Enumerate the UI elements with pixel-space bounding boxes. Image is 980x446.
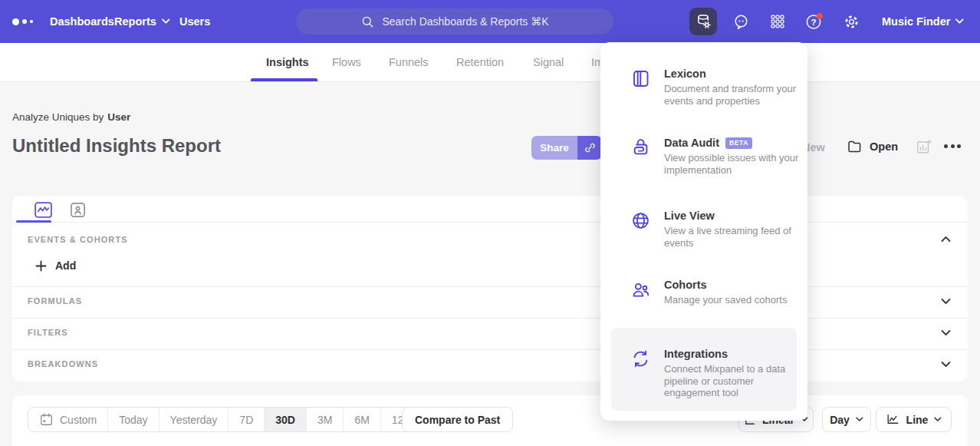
report-title[interactable]: Untitled Insights Report xyxy=(12,135,221,157)
expand-breakdowns-button[interactable] xyxy=(941,361,951,368)
tab-flows[interactable]: Flows xyxy=(332,43,361,81)
search-placeholder: Search Dashboards & Reports ⌘K xyxy=(382,15,548,28)
range-3m[interactable]: 3M xyxy=(307,408,344,431)
globe-icon xyxy=(630,210,651,231)
range-custom-label: Custom xyxy=(60,414,97,426)
section-filters: FILTERS xyxy=(28,328,68,337)
chevron-down-icon xyxy=(856,417,863,422)
tab-signal[interactable]: Signal xyxy=(533,43,564,81)
interval-select[interactable]: Day xyxy=(822,407,871,432)
chart-controls-panel: Custom Today Yesterday 7D 30D 3M 6M 12M … xyxy=(12,395,968,446)
panel-tab-divider xyxy=(12,222,968,223)
data-management-button[interactable] xyxy=(689,8,717,35)
section-divider xyxy=(12,349,968,350)
chevron-down-icon xyxy=(955,18,964,25)
report-tab-bar: Insights Flows Funnels Retention Signal … xyxy=(0,43,980,82)
menu-item-description: View a live streaming feed of events xyxy=(664,225,804,249)
nav-users[interactable]: Users xyxy=(179,0,210,43)
project-switcher[interactable]: Music Finder xyxy=(882,0,964,43)
help-icon: ? xyxy=(804,12,824,31)
add-event-button[interactable]: Add xyxy=(35,259,76,272)
menu-item-lexicon[interactable]: Lexicon Document and transform your even… xyxy=(630,68,804,107)
folder-icon xyxy=(847,138,863,154)
calendar-icon xyxy=(39,412,54,427)
share-button[interactable]: Share xyxy=(531,136,577,160)
speech-bubble-icon xyxy=(732,13,750,31)
svg-text:?: ? xyxy=(811,18,816,27)
nav-reports[interactable]: Reports xyxy=(114,0,170,43)
project-name: Music Finder xyxy=(882,15,950,28)
chart-type-select[interactable]: Line xyxy=(876,407,952,432)
menu-item-description: Manage your saved cohorts xyxy=(664,294,804,306)
expand-formulas-button[interactable] xyxy=(941,298,951,305)
menu-item-description: Connect Mixpanel to a data pipeline or c… xyxy=(664,363,804,399)
collapse-events-button[interactable] xyxy=(941,236,951,243)
tab-retention[interactable]: Retention xyxy=(456,43,504,81)
settings-button[interactable] xyxy=(837,8,865,35)
notification-dot xyxy=(817,13,823,19)
audit-lock-icon xyxy=(630,137,651,158)
more-options-button[interactable] xyxy=(944,144,961,148)
search-input[interactable]: Search Dashboards & Reports ⌘K xyxy=(296,8,613,35)
gear-icon xyxy=(843,13,860,31)
date-range-control: Custom Today Yesterday 7D 30D 3M 6M 12M xyxy=(28,407,424,432)
tab-insights[interactable]: Insights xyxy=(266,43,309,81)
range-6m[interactable]: 6M xyxy=(344,408,380,431)
range-30d[interactable]: 30D xyxy=(265,408,307,431)
sync-icon xyxy=(630,349,651,369)
menu-item-live-view[interactable]: Live View View a live streaming feed of … xyxy=(630,210,804,249)
expand-filters-button[interactable] xyxy=(941,329,951,336)
chevron-down-icon xyxy=(941,361,951,368)
book-icon xyxy=(630,68,651,89)
query-builder-panel: EVENTS & COHORTS Add FORMULAS FILTERS BR… xyxy=(12,196,968,382)
range-today[interactable]: Today xyxy=(108,408,159,431)
tab-funnels[interactable]: Funnels xyxy=(389,43,429,81)
section-formulas: FORMULAS xyxy=(28,296,82,306)
share-button-group: Share xyxy=(531,136,602,160)
menu-item-title: Integrations xyxy=(664,348,804,360)
menu-item-description: Document and transform your events and p… xyxy=(664,83,804,107)
menu-item-data-audit[interactable]: Data Audit BETA View possible issues wit… xyxy=(630,137,804,176)
range-custom[interactable]: Custom xyxy=(28,408,108,431)
link-icon xyxy=(584,141,597,154)
nav-reports-label: Reports xyxy=(114,15,156,28)
profiles-view-tab[interactable] xyxy=(69,201,87,219)
report-subtitle: Analyze Uniques byUser xyxy=(12,111,130,123)
menu-item-cohorts[interactable]: Cohorts Manage your saved cohorts xyxy=(630,279,804,306)
chevron-up-icon xyxy=(941,236,951,243)
database-gear-icon xyxy=(695,13,712,31)
help-button[interactable]: ? xyxy=(801,8,828,35)
person-icon xyxy=(69,201,87,219)
chevron-down-icon xyxy=(941,329,951,336)
open-label: Open xyxy=(870,140,898,153)
menu-item-integrations[interactable]: Integrations Connect Mixpanel to a data … xyxy=(630,348,804,399)
chevron-down-icon xyxy=(162,18,170,25)
active-tab-underline xyxy=(251,78,317,81)
menu-item-title: Lexicon xyxy=(664,68,804,80)
open-report-button[interactable]: Open xyxy=(847,138,898,154)
section-events-cohorts: EVENTS & COHORTS xyxy=(28,235,128,244)
section-divider xyxy=(12,286,968,287)
compare-to-past-button[interactable]: Compare to Past xyxy=(402,407,513,432)
subtitle-value[interactable]: User xyxy=(107,111,130,123)
messages-button[interactable] xyxy=(727,8,755,35)
metrics-view-tab[interactable] xyxy=(34,201,53,219)
apps-grid-icon xyxy=(769,13,786,30)
add-to-dashboard-button[interactable] xyxy=(916,138,932,155)
copy-link-button[interactable] xyxy=(577,136,602,160)
range-yesterday[interactable]: Yesterday xyxy=(159,408,229,431)
chevron-down-icon xyxy=(934,417,942,422)
menu-item-title: Data Audit xyxy=(664,137,719,149)
range-7d[interactable]: 7D xyxy=(229,408,265,431)
mixpanel-logo[interactable] xyxy=(12,0,33,43)
section-divider xyxy=(12,318,968,319)
active-panel-tab-underline xyxy=(16,220,51,223)
top-navigation-bar: Dashboards Reports Users Search Dashboar… xyxy=(0,0,980,43)
section-breakdowns: BREAKDOWNS xyxy=(28,359,98,368)
line-chart-icon xyxy=(886,412,900,427)
nav-dashboards[interactable]: Dashboards xyxy=(50,0,114,43)
chart-type-label: Line xyxy=(906,414,929,426)
plus-icon xyxy=(35,260,47,272)
apps-grid-button[interactable] xyxy=(764,8,791,35)
line-chart-icon xyxy=(34,201,53,219)
